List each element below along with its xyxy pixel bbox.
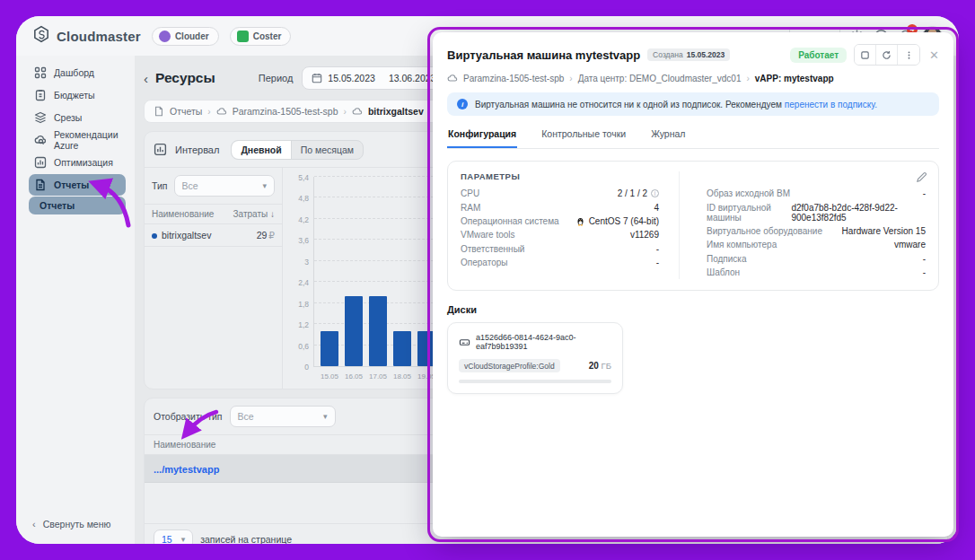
cost-table-panel: Тип Все ▾ Наименование Затраты ↓ bitrixg… <box>145 168 283 389</box>
sidebar: Дашборд Бюджеты Срезы Рекомендации Azure… <box>16 56 135 544</box>
coster-icon <box>237 31 249 42</box>
tab-journal[interactable]: Журнал <box>650 119 686 148</box>
sidebar-item-azure-recommendations[interactable]: Рекомендации Azure <box>29 129 126 151</box>
param-label: Имя компьютера <box>707 240 777 249</box>
param-value: vmware <box>894 240 926 249</box>
interval-label: Интервал <box>175 144 219 155</box>
type-filter-select[interactable]: Все ▾ <box>174 175 275 197</box>
subscription-info-banner: i Виртуальная машина не относится ни к о… <box>447 92 939 116</box>
coster-switch-button[interactable]: Coster <box>230 27 292 46</box>
param-value: - <box>923 188 926 198</box>
calendar-icon <box>312 73 322 83</box>
modal-tabs: Конфигурация Контрольные точки Журнал <box>447 119 939 149</box>
date-to-value: 13.06.2023 <box>389 73 436 83</box>
type-filter-label: Тип <box>152 180 168 191</box>
cloud-search-icon <box>34 134 47 146</box>
modal-title: Виртуальная машина mytestvapp <box>447 48 640 62</box>
cloudmaster-logo-icon <box>32 25 50 47</box>
hard-drive-icon <box>459 337 470 348</box>
y-axis-tick: 0 <box>304 363 309 372</box>
param-label: Образ исходной ВМ <box>707 188 790 198</box>
close-icon[interactable]: ✕ <box>929 48 939 62</box>
chevron-down-icon: ▾ <box>181 535 186 544</box>
created-date: 15.05.2023 <box>687 50 725 59</box>
disk-card[interactable]: a1526d66-0814-4624-9ac0-eaf7b9b19391 vCl… <box>447 322 623 394</box>
y-axis-tick: 1,8 <box>298 300 309 309</box>
vm-actions-group <box>854 44 920 66</box>
sidebar-item-label: Дашборд <box>54 67 94 78</box>
param-value: Hardware Version 15 <box>842 226 926 236</box>
column-header-cost[interactable]: Затраты ↓ <box>233 209 275 219</box>
param-label: Шаблон <box>707 267 740 277</box>
more-actions-kebab-button[interactable] <box>898 45 919 65</box>
back-chevron-icon[interactable]: ‹ <box>144 71 148 86</box>
sidebar-item-slices[interactable]: Срезы <box>29 107 126 128</box>
clouder-switch-button[interactable]: Clouder <box>152 27 219 46</box>
bar-16-05[interactable] <box>345 296 363 366</box>
param-label: RAM <box>461 203 480 213</box>
sidebar-item-dashboard[interactable]: Дашборд <box>29 62 126 83</box>
disk-usage-bar <box>459 380 611 383</box>
sidebar-item-budgets[interactable]: Бюджеты <box>29 84 126 106</box>
document-icon <box>34 179 47 191</box>
mytestvapp-link[interactable]: .../mytestvapp <box>154 464 219 475</box>
modal-breadcrumb-datacenter[interactable]: Дата центр: DEMO_Cloudmaster_vdc01 <box>578 74 742 83</box>
collapse-menu-button[interactable]: ‹ Свернуть меню <box>32 519 110 529</box>
modal-breadcrumb-vapp: vAPP: mytestvapp <box>755 74 834 83</box>
edit-pencil-icon[interactable] <box>916 171 927 182</box>
display-type-select[interactable]: Все ▾ <box>230 406 336 427</box>
param-value: v11269 <box>630 230 659 240</box>
interval-chart-icon <box>154 143 167 156</box>
sidebar-item-label: Срезы <box>54 112 82 123</box>
date-from-value: 15.05.2023 <box>328 73 375 83</box>
interval-daily-button[interactable]: Дневной <box>232 141 291 159</box>
bar-17-05[interactable] <box>369 296 387 366</box>
column-header-name[interactable]: Наименование <box>152 209 214 219</box>
bar-15-05[interactable] <box>321 331 338 366</box>
logo[interactable]: Cloudmaster <box>32 25 141 47</box>
tab-checkpoints[interactable]: Контрольные точки <box>540 119 627 148</box>
param-value: - <box>656 258 659 267</box>
sidebar-item-label: Отчеты <box>54 179 89 190</box>
page-size-value: 15 <box>162 534 172 544</box>
page-title: Ресурсы <box>155 70 215 86</box>
move-to-subscription-link[interactable]: перенести в подписку. <box>785 100 877 109</box>
chart-bars-icon <box>34 156 47 169</box>
sidebar-item-reports-tooltip[interactable]: Отчеты <box>29 197 126 214</box>
info-icon: i <box>457 99 468 109</box>
page-size-select[interactable]: 15 ▾ <box>154 529 193 544</box>
date-from-input[interactable]: 15.05.2023 <box>302 66 385 90</box>
param-label: Операционная система <box>461 216 559 226</box>
breadcrumb-reports[interactable]: Отчеты <box>170 106 202 117</box>
param-value: - <box>656 244 659 254</box>
info-icon[interactable]: i <box>651 189 659 197</box>
sidebar-item-label: Оптимизация <box>54 157 113 168</box>
sidebar-item-optimization[interactable]: Оптимизация <box>29 152 126 173</box>
bar-18-05[interactable] <box>393 331 411 366</box>
interval-monthly-button[interactable]: По месяцам <box>292 141 363 159</box>
modal-breadcrumb-vdc[interactable]: Paramzina-1505-test-spb <box>463 74 564 83</box>
breadcrumb-separator: › <box>344 107 347 117</box>
type-filter-value: Все <box>182 180 198 191</box>
table-row[interactable]: bitrixgaltsev 29₽ <box>145 224 282 247</box>
y-axis-tick: 2,4 <box>298 278 309 287</box>
breadcrumb-separator: › <box>746 74 749 83</box>
restart-vm-button[interactable] <box>876 45 898 65</box>
y-axis-tick: 4,2 <box>298 215 309 224</box>
sidebar-item-reports[interactable]: Отчеты <box>29 174 126 196</box>
param-value: d2f0a7b8-b2dc-428f-9d22-900e13f82fd5 <box>791 203 926 223</box>
budget-clipboard-icon <box>34 89 47 101</box>
y-axis-tick: 5,4 <box>298 173 309 182</box>
modal-breadcrumb: Paramzina-1505-test-spb › Дата центр: DE… <box>447 73 939 83</box>
y-axis-tick: 0,6 <box>298 342 309 351</box>
chevron-left-icon: ‹ <box>32 519 36 529</box>
period-label: Период <box>259 73 294 83</box>
created-label: Создана <box>653 50 683 59</box>
tab-configuration[interactable]: Конфигурация <box>447 119 517 148</box>
stop-vm-button[interactable] <box>855 45 876 65</box>
cloud-icon <box>352 106 363 117</box>
breadcrumb-vdc[interactable]: Paramzina-1505-test-spb <box>233 106 338 117</box>
clouder-icon <box>159 31 171 42</box>
sidebar-item-label: Отчеты <box>40 200 75 211</box>
series-color-dot <box>152 233 157 239</box>
